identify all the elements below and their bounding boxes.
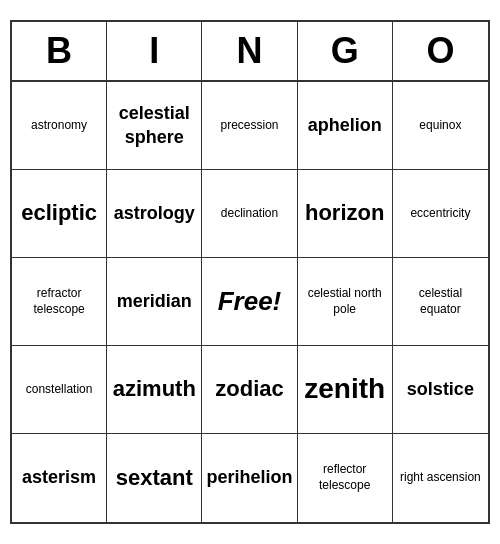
bingo-cell: refractor telescope: [12, 258, 107, 346]
bingo-cell: celestial sphere: [107, 82, 202, 170]
cell-text: reflector telescope: [302, 462, 388, 493]
cell-text: celestial equator: [397, 286, 484, 317]
cell-text: aphelion: [308, 114, 382, 137]
cell-text: sextant: [116, 464, 193, 493]
cell-text: meridian: [117, 290, 192, 313]
cell-text: horizon: [305, 199, 384, 228]
bingo-card: BINGO astronomycelestial sphereprecessio…: [10, 20, 490, 524]
cell-text: zodiac: [215, 375, 283, 404]
cell-text: astronomy: [31, 118, 87, 134]
bingo-cell: celestial north pole: [298, 258, 393, 346]
cell-text: perihelion: [206, 466, 292, 489]
bingo-cell: azimuth: [107, 346, 202, 434]
cell-text: constellation: [26, 382, 93, 398]
header-letter: O: [393, 22, 488, 80]
bingo-cell: asterism: [12, 434, 107, 522]
cell-text: refractor telescope: [16, 286, 102, 317]
bingo-cell: Free!: [202, 258, 297, 346]
header-letter: B: [12, 22, 107, 80]
cell-text: celestial sphere: [111, 102, 197, 149]
bingo-cell: eccentricity: [393, 170, 488, 258]
bingo-cell: solstice: [393, 346, 488, 434]
bingo-cell: reflector telescope: [298, 434, 393, 522]
bingo-cell: horizon: [298, 170, 393, 258]
cell-text: azimuth: [113, 375, 196, 404]
cell-text: zenith: [304, 371, 385, 407]
bingo-cell: astronomy: [12, 82, 107, 170]
cell-text: equinox: [419, 118, 461, 134]
bingo-cell: precession: [202, 82, 297, 170]
cell-text: astrology: [114, 202, 195, 225]
cell-text: asterism: [22, 466, 96, 489]
bingo-cell: equinox: [393, 82, 488, 170]
cell-text: solstice: [407, 378, 474, 401]
bingo-cell: constellation: [12, 346, 107, 434]
bingo-grid: astronomycelestial sphereprecessionaphel…: [12, 82, 488, 522]
bingo-cell: perihelion: [202, 434, 297, 522]
header-letter: N: [202, 22, 297, 80]
bingo-cell: ecliptic: [12, 170, 107, 258]
bingo-cell: right ascension: [393, 434, 488, 522]
cell-text: right ascension: [400, 470, 481, 486]
bingo-cell: declination: [202, 170, 297, 258]
header-letter: G: [298, 22, 393, 80]
cell-text: eccentricity: [410, 206, 470, 222]
cell-text: Free!: [218, 286, 282, 317]
bingo-cell: sextant: [107, 434, 202, 522]
bingo-cell: aphelion: [298, 82, 393, 170]
bingo-cell: astrology: [107, 170, 202, 258]
bingo-cell: celestial equator: [393, 258, 488, 346]
cell-text: celestial north pole: [302, 286, 388, 317]
cell-text: precession: [220, 118, 278, 134]
bingo-cell: zenith: [298, 346, 393, 434]
bingo-header: BINGO: [12, 22, 488, 82]
header-letter: I: [107, 22, 202, 80]
bingo-cell: zodiac: [202, 346, 297, 434]
cell-text: declination: [221, 206, 278, 222]
bingo-cell: meridian: [107, 258, 202, 346]
cell-text: ecliptic: [21, 199, 97, 228]
